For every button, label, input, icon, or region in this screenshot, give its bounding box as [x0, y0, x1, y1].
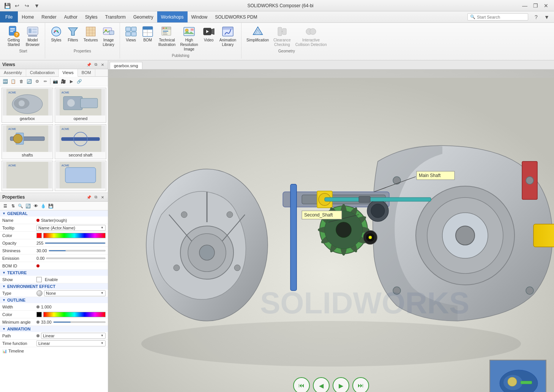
menu-solidworks-pdm[interactable]: SOLIDWORKS PDM [211, 11, 261, 22]
views-tool-copy[interactable]: 📋 [9, 77, 17, 85]
undo-btn[interactable]: ↩ [13, 2, 21, 10]
play-back-btn[interactable]: ◀ [313, 377, 330, 392]
prop-tool-save[interactable]: 💾 [47, 202, 55, 210]
views-tool-new[interactable]: 🆕 [2, 77, 9, 85]
prop-time-function-value[interactable]: Linear ▼ [36, 340, 106, 346]
ribbon-model-browser[interactable]: ModelBrowser [24, 24, 42, 48]
properties-panel-close-btn[interactable]: ✕ [99, 194, 106, 200]
canvas-area[interactable]: Main Shaft Second_Shaft SOLIDWORKS ⏮ ◀ ▶ [108, 70, 554, 392]
views-tool-camera[interactable]: 📷 [52, 77, 59, 85]
close-btn[interactable]: ✕ [541, 2, 551, 9]
path-dropdown[interactable]: Linear ▼ [41, 333, 106, 339]
canvas-tab-gearbox[interactable]: gearbox.smg [110, 62, 142, 69]
views-tool-marker[interactable]: ✏ [41, 77, 49, 85]
prop-tool-sync[interactable]: 🔄 [24, 202, 32, 210]
color-red-swatch[interactable] [36, 233, 42, 238]
prop-path-label: Path [2, 334, 36, 338]
menu-home[interactable]: Home [18, 11, 38, 22]
ribbon-bom[interactable]: BOM [140, 24, 156, 44]
views-tool-video[interactable]: ▶ [68, 77, 75, 85]
opacity-slider-track[interactable] [45, 242, 106, 244]
prop-type-value[interactable]: None ▼ [36, 290, 106, 296]
play-forward-btn[interactable]: ▶ [333, 377, 349, 392]
view-item-second-shaft[interactable]: ACME second shaft [55, 124, 106, 159]
minimize-btn[interactable]: — [520, 2, 530, 9]
help-btn[interactable]: ? [531, 13, 541, 21]
views-tool-refresh[interactable]: 🔄 [25, 77, 33, 85]
view-item-extra1[interactable]: ACME [2, 161, 53, 191]
menu-workshops[interactable]: Workshops [157, 11, 188, 22]
menu-styles[interactable]: Styles [81, 11, 101, 22]
color-gradient-swatch[interactable] [43, 233, 106, 238]
ribbon-high-resolution-image[interactable]: HighResolutionImage [178, 24, 200, 53]
show-checkbox[interactable] [36, 277, 42, 282]
prop-path-value[interactable]: Linear ▼ [36, 333, 106, 339]
prop-tool-sort[interactable]: ⇅ [9, 202, 17, 210]
prop-tool-search[interactable]: 🔍 [17, 202, 24, 210]
prop-tool-dropper[interactable]: 💧 [39, 202, 47, 210]
maximize-btn[interactable]: ❐ [530, 2, 540, 9]
outline-black-swatch[interactable] [36, 312, 42, 317]
prop-emission-label: Emission [2, 256, 36, 261]
ribbon-textures[interactable]: Textures [82, 24, 100, 44]
redo-btn[interactable]: ↪ [23, 2, 31, 10]
ribbon-views[interactable]: Views [123, 24, 139, 44]
tab-bom[interactable]: BOM [78, 69, 95, 76]
tab-collaboration[interactable]: Collaboration [26, 69, 59, 76]
search-input[interactable] [477, 15, 526, 19]
menu-transform[interactable]: Transform [101, 11, 129, 22]
ribbon-simplification[interactable]: Simplification [245, 24, 271, 44]
prop-tool-list[interactable]: ☰ [2, 202, 9, 210]
svg-text:ACME: ACME [62, 128, 69, 130]
properties-panel-pin-btn[interactable]: 📌 [86, 194, 92, 200]
prop-tool-eye[interactable]: 👁 [32, 202, 39, 210]
time-function-dropdown[interactable]: Linear ▼ [36, 340, 106, 346]
ribbon-styles[interactable]: Styles [48, 24, 64, 44]
section-env-effect[interactable]: ▼ ENVIRONMENT EFFECT [0, 283, 108, 289]
properties-panel-undock-btn[interactable]: ⧉ [93, 194, 99, 200]
ribbon-image-library[interactable]: ImageLibrary [101, 24, 117, 48]
ribbon-technical-illustration[interactable]: TechnicalIllustration [156, 24, 178, 48]
menu-render[interactable]: Render [38, 11, 60, 22]
section-outline[interactable]: ▼ OUTLINE [0, 297, 108, 303]
menu-geometry[interactable]: Geometry [129, 11, 157, 22]
emission-slider-track[interactable] [46, 258, 106, 259]
menu-author[interactable]: Author [60, 11, 81, 22]
views-panel-pin-btn[interactable]: 📌 [86, 62, 92, 68]
min-angle-slider-fill [54, 322, 71, 322]
prop-shininess-row: Shininess 30.00 [0, 247, 108, 254]
menu-file[interactable]: File [0, 11, 18, 22]
views-panel-undock-btn[interactable]: ⧉ [93, 62, 99, 68]
skip-forward-btn[interactable]: ⏭ [352, 377, 369, 392]
view-item-shafts[interactable]: ACME shafts [2, 124, 53, 159]
min-angle-slider-track[interactable] [53, 321, 106, 323]
ribbon-filters[interactable]: Filters [65, 24, 81, 44]
section-animation[interactable]: ▼ ANIMATION [0, 326, 108, 332]
tooltip-dropdown[interactable]: Name (Actor.Name) ▼ [36, 225, 106, 231]
ribbon-animation-library[interactable]: AnimationLibrary [218, 24, 238, 48]
tab-views[interactable]: Views [59, 69, 78, 77]
quick-dropdown-btn[interactable]: ▼ [33, 2, 41, 10]
views-tool-link[interactable]: 🔗 [76, 77, 83, 85]
views-tool-camera2[interactable]: 🎥 [60, 77, 67, 85]
view-item-opened[interactable]: ACME opened [55, 88, 106, 123]
ribbon-getting-started[interactable]: ? GettingStarted [5, 24, 23, 48]
prop-tooltip-value[interactable]: Name (Actor.Name) ▼ [36, 225, 106, 231]
menu-window[interactable]: Window [188, 11, 211, 22]
search-bar[interactable]: 🔍 [467, 13, 528, 21]
views-panel-close-btn[interactable]: ✕ [99, 62, 106, 68]
view-item-extra2[interactable]: ACME [55, 161, 106, 191]
skip-back-btn[interactable]: ⏮ [293, 377, 310, 392]
ribbon-collapse-btn[interactable]: ▼ [542, 13, 552, 21]
section-texture[interactable]: ▼ TEXTURE [0, 270, 108, 276]
tab-assembly[interactable]: Assembly [0, 69, 26, 76]
views-tool-settings[interactable]: ⚙ [33, 77, 41, 85]
shininess-slider-track[interactable] [49, 250, 106, 251]
outline-color-swatch[interactable] [43, 312, 106, 317]
view-item-gearbox[interactable]: ACME gearbox [2, 88, 53, 123]
quick-access-btn[interactable]: 💾 [3, 2, 11, 10]
views-tool-delete[interactable]: 🗑 [17, 77, 25, 85]
section-general[interactable]: ▼ GENERAL [0, 210, 108, 217]
ribbon-video[interactable]: Video [201, 24, 217, 44]
type-dropdown[interactable]: None ▼ [44, 290, 106, 296]
